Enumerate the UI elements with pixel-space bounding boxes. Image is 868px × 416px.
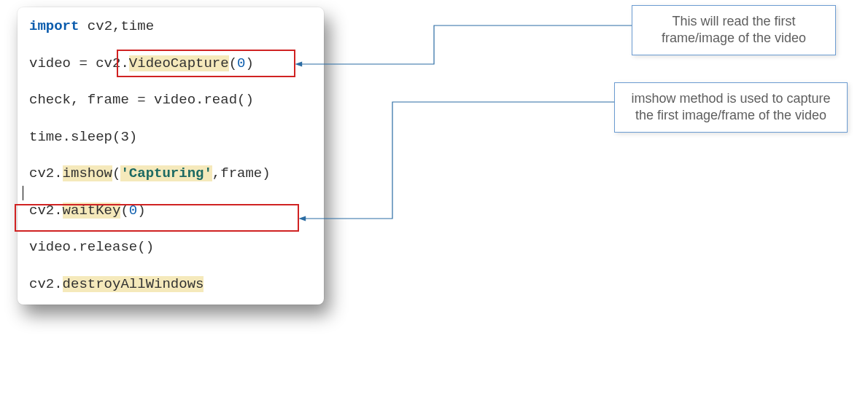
- highlight-box-imshow: [15, 204, 299, 232]
- highlight-box-videocapture: [117, 50, 295, 77]
- code-text: check, frame = video.read(): [29, 92, 254, 108]
- code-line-3: check, frame = video.read(): [29, 90, 312, 111]
- code-text: video.release(): [29, 239, 154, 255]
- code-line-8: cv2.destroyAllWindows: [29, 274, 312, 295]
- code-text: time.sleep(3): [29, 129, 137, 145]
- callout-text: imshow method is used to capture the fir…: [631, 91, 830, 122]
- code-text: cv2,time: [79, 18, 154, 34]
- code-text: video = cv2.: [29, 55, 129, 71]
- keyword-import: import: [29, 18, 79, 34]
- code-text: (: [112, 165, 120, 181]
- highlight-imshow: imshow: [63, 165, 112, 181]
- text-cursor: [23, 186, 23, 200]
- code-line-1: import cv2,time: [29, 16, 312, 37]
- callout-imshow: imshow method is used to capture the fir…: [614, 82, 848, 133]
- code-text: ,frame): [212, 165, 271, 181]
- code-text: cv2.: [29, 276, 63, 292]
- code-text: cv2.: [29, 165, 63, 181]
- code-line-7: video.release(): [29, 237, 312, 258]
- highlight-destroyallwindows: destroyAllWindows: [63, 276, 204, 292]
- code-line-5: cv2.imshow('Capturing',frame): [29, 163, 312, 184]
- code-string: 'Capturing': [120, 165, 212, 181]
- code-line-4: time.sleep(3): [29, 127, 312, 148]
- callout-text: This will read the first frame/image of …: [662, 14, 806, 45]
- callout-videocapture: This will read the first frame/image of …: [632, 5, 836, 55]
